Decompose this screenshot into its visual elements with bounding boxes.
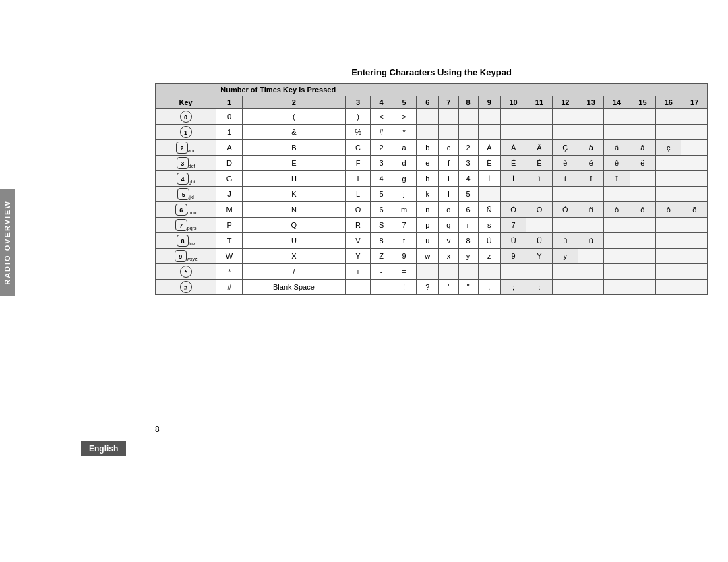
- key-cell: #: [156, 280, 216, 295]
- table-cell: Ù: [478, 233, 500, 249]
- table-cell: u: [417, 233, 439, 249]
- col-12: 12: [552, 96, 578, 109]
- table-cell: [526, 187, 552, 202]
- table-cell: [526, 125, 552, 140]
- table-cell: o: [439, 202, 458, 218]
- table-cell: S: [371, 218, 392, 233]
- table-cell: i: [439, 171, 458, 187]
- page-number: 8: [155, 425, 160, 434]
- table-cell: Õ: [552, 202, 578, 218]
- table-cell: Ó: [526, 202, 552, 218]
- table-cell: [578, 109, 604, 125]
- table-cell: ,: [478, 280, 500, 295]
- table-title: Entering Characters Using the Keypad: [155, 67, 708, 77]
- col-2: 2: [242, 96, 345, 109]
- table-cell: b: [417, 140, 439, 156]
- table-cell: T: [216, 233, 243, 249]
- col-4: 4: [371, 96, 392, 109]
- table-cell: :: [526, 280, 552, 295]
- table-cell: x: [439, 249, 458, 264]
- table-cell: Ç: [552, 140, 578, 156]
- table-cell: ì: [526, 171, 552, 187]
- col-13: 13: [578, 96, 604, 109]
- table-cell: g: [392, 171, 417, 187]
- table-row: 9wxyzWXYZ9wxyz9Yy: [156, 249, 708, 264]
- table-cell: [681, 125, 708, 140]
- table-cell: [500, 264, 526, 280]
- table-cell: ú: [578, 233, 604, 249]
- table-cell: n: [417, 202, 439, 218]
- table-cell: [439, 264, 458, 280]
- table-cell: [681, 280, 708, 295]
- col-8: 8: [458, 96, 478, 109]
- table-cell: [656, 233, 681, 249]
- table-cell: [439, 109, 458, 125]
- key-cell: *: [156, 264, 216, 280]
- table-cell: á: [604, 140, 630, 156]
- table-cell: E: [242, 156, 345, 171]
- table-cell: 3: [458, 156, 478, 171]
- table-cell: =: [392, 264, 417, 280]
- table-row: ##Blank Space--!?'",;:: [156, 280, 708, 295]
- table-cell: z: [478, 249, 500, 264]
- table-cell: ": [458, 280, 478, 295]
- table-cell: O: [345, 202, 370, 218]
- table-cell: [681, 156, 708, 171]
- table-cell: c: [439, 140, 458, 156]
- table-cell: [630, 171, 655, 187]
- table-cell: W: [216, 249, 243, 264]
- col-7: 7: [439, 96, 458, 109]
- table-cell: *: [392, 125, 417, 140]
- table-cell: [417, 125, 439, 140]
- table-cell: [656, 187, 681, 202]
- keypad-table: Number of Times Key is Pressed Key 1 2 3…: [155, 83, 708, 295]
- table-cell: [630, 264, 655, 280]
- table-cell: [656, 109, 681, 125]
- key-cell: 4ghi: [156, 171, 216, 187]
- table-row: 11&%#*: [156, 125, 708, 140]
- table-cell: [630, 218, 655, 233]
- table-cell: R: [345, 218, 370, 233]
- table-cell: 2: [371, 140, 392, 156]
- table-cell: y: [552, 249, 578, 264]
- col-3: 3: [345, 96, 370, 109]
- key-cell: 2abc: [156, 140, 216, 156]
- table-cell: [478, 264, 500, 280]
- table-cell: ç: [656, 140, 681, 156]
- header-row-span: Number of Times Key is Pressed: [156, 84, 708, 96]
- table-cell: 6: [458, 202, 478, 218]
- table-cell: Ê: [526, 156, 552, 171]
- table-cell: [478, 109, 500, 125]
- main-content: Entering Characters Using the Keypad Num…: [155, 67, 708, 295]
- table-row: **/+-=: [156, 264, 708, 280]
- table-row: 5jklJKL5jkl5: [156, 187, 708, 202]
- table-cell: è: [552, 156, 578, 171]
- table-cell: ī: [604, 171, 630, 187]
- table-cell: [552, 280, 578, 295]
- table-cell: f: [439, 156, 458, 171]
- table-cell: [604, 187, 630, 202]
- table-cell: [630, 280, 655, 295]
- key-cell: 9wxyz: [156, 249, 216, 264]
- table-cell: 0: [216, 109, 243, 125]
- table-cell: K: [242, 187, 345, 202]
- key-cell: 0: [156, 109, 216, 125]
- table-cell: Ú: [500, 233, 526, 249]
- table-cell: ò: [604, 202, 630, 218]
- table-cell: Blank Space: [242, 280, 345, 295]
- table-cell: Q: [242, 218, 345, 233]
- table-cell: d: [392, 156, 417, 171]
- table-cell: [604, 264, 630, 280]
- table-cell: [552, 187, 578, 202]
- table-cell: [656, 218, 681, 233]
- table-cell: [656, 280, 681, 295]
- table-cell: [604, 249, 630, 264]
- table-cell: [630, 249, 655, 264]
- table-cell: 8: [458, 233, 478, 249]
- table-cell: [681, 140, 708, 156]
- table-cell: 6: [371, 202, 392, 218]
- table-cell: [604, 125, 630, 140]
- table-cell: >: [392, 109, 417, 125]
- table-cell: [681, 187, 708, 202]
- table-cell: -: [345, 280, 370, 295]
